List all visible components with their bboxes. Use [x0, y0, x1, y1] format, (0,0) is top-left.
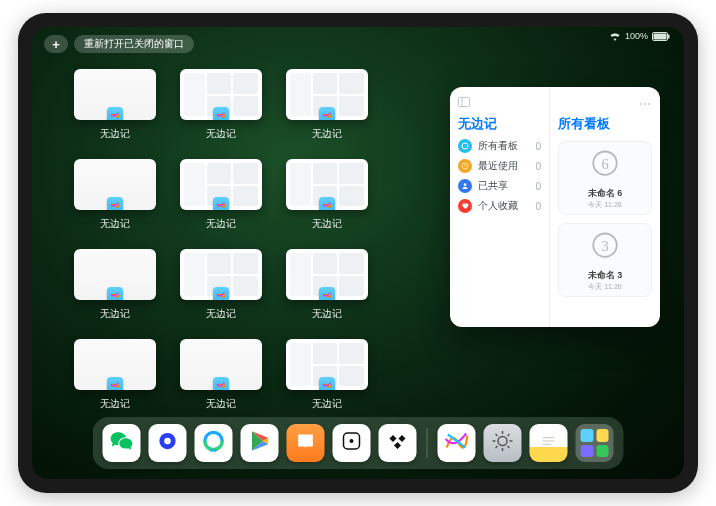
sidebar-item[interactable]: 个人收藏0: [458, 199, 541, 213]
svg-text:6: 6: [601, 155, 608, 171]
freeform-app-icon: [107, 197, 123, 210]
window-thumbnail-label: 无边记: [100, 307, 130, 321]
svg-point-5: [462, 143, 468, 149]
settings-icon: [491, 429, 515, 457]
window-thumbnail[interactable]: 无边记: [178, 339, 264, 411]
svg-point-18: [350, 439, 354, 443]
window-thumbnail-label: 无边记: [312, 307, 342, 321]
freeform-panel[interactable]: 无边记 所有看板0最近使用0已共享0个人收藏0 ⋯ 所有看板 6未命名 6今天 …: [450, 87, 660, 327]
dock-app-notes[interactable]: [530, 424, 568, 462]
window-thumbnail-label: 无边记: [100, 397, 130, 411]
add-button[interactable]: +: [44, 35, 68, 53]
svg-rect-19: [389, 435, 396, 442]
sidebar-item[interactable]: 已共享0: [458, 179, 541, 193]
dock-app-settings[interactable]: [484, 424, 522, 462]
window-thumbnail-preview: [286, 159, 368, 210]
window-thumbnail[interactable]: 无边记: [178, 159, 264, 231]
window-thumbnail-label: 无边记: [100, 217, 130, 231]
sidebar-item[interactable]: 所有看板0: [458, 139, 541, 153]
board-sketch: 3: [587, 229, 623, 265]
panel-title: 无边记: [458, 115, 541, 133]
board-card[interactable]: 6未命名 6今天 11:28: [558, 141, 652, 215]
dock-separator: [427, 428, 428, 458]
ipad-frame: 100% + 重新打开已关闭的窗口 无边记无边记无边记无边记无边记无边记无边记无…: [18, 13, 698, 493]
window-thumbnail[interactable]: 无边记: [284, 339, 370, 411]
freeform-app-icon: [213, 287, 229, 300]
window-thumbnail-label: 无边记: [312, 397, 342, 411]
window-thumbnail-label: 无边记: [206, 397, 236, 411]
freeform-app-icon: [213, 377, 229, 390]
sidebar-item-label: 最近使用: [478, 159, 518, 173]
window-thumbnail-preview: [74, 159, 156, 210]
window-thumbnail[interactable]: 无边记: [72, 69, 158, 141]
dock-app-dice[interactable]: [333, 424, 371, 462]
sidebar-toggle-icon[interactable]: [458, 97, 470, 109]
dock-app-play[interactable]: [241, 424, 279, 462]
board-card[interactable]: 3未命名 3今天 11:26: [558, 223, 652, 297]
window-thumbnail-preview: [286, 339, 368, 390]
window-thumbnail-preview: [180, 249, 262, 300]
window-thumbnail-preview: [180, 69, 262, 120]
dock-app-wechat[interactable]: [103, 424, 141, 462]
quark-icon: [155, 428, 181, 458]
dock-app-freeform[interactable]: [438, 424, 476, 462]
dock-app-books[interactable]: [287, 424, 325, 462]
topbar: + 重新打开已关闭的窗口: [44, 35, 194, 53]
panel-list: 所有看板0最近使用0已共享0个人收藏0: [458, 139, 541, 213]
window-thumbnail[interactable]: 无边记: [72, 249, 158, 321]
svg-rect-1: [654, 33, 667, 39]
dock: HD: [93, 417, 624, 469]
window-thumbnail-preview: [180, 159, 262, 210]
window-thumbnail-preview: [74, 249, 156, 300]
dock-folder[interactable]: [576, 424, 614, 462]
window-thumbnail-label: 无边记: [206, 307, 236, 321]
board-name: 未命名 3: [588, 269, 623, 282]
battery-label: 100%: [625, 31, 648, 41]
svg-rect-3: [459, 98, 470, 107]
dice-icon: [340, 429, 364, 457]
sidebar-item[interactable]: 最近使用0: [458, 159, 541, 173]
window-thumbnail-preview: [286, 69, 368, 120]
freeform-app-icon: [213, 107, 229, 120]
statusbar: 100%: [609, 31, 670, 41]
window-thumbnail[interactable]: 无边记: [284, 159, 370, 231]
dock-app-tidal[interactable]: [379, 424, 417, 462]
window-thumbnail[interactable]: 无边记: [284, 249, 370, 321]
sidebar-item-count: 0: [535, 141, 541, 152]
window-thumbnail[interactable]: 无边记: [72, 339, 158, 411]
dock-app-qqbrowser[interactable]: HD: [195, 424, 233, 462]
board-name: 未命名 6: [588, 187, 623, 200]
svg-line-28: [508, 446, 510, 448]
board-subtitle: 今天 11:28: [588, 200, 621, 210]
window-thumbnail[interactable]: 无边记: [178, 69, 264, 141]
svg-line-30: [496, 446, 498, 448]
sidebar-item-label: 已共享: [478, 179, 508, 193]
window-thumbnail-preview: [180, 339, 262, 390]
svg-line-29: [508, 434, 510, 436]
freeform-app-icon: [107, 377, 123, 390]
screen: 100% + 重新打开已关闭的窗口 无边记无边记无边记无边记无边记无边记无边记无…: [32, 27, 684, 479]
window-thumbnail[interactable]: 无边记: [72, 159, 158, 231]
window-thumbnail[interactable]: 无边记: [284, 69, 370, 141]
panel-right-title: 所有看板: [558, 115, 652, 133]
svg-rect-20: [398, 435, 405, 442]
tidal-icon: [386, 429, 410, 457]
reopen-closed-window-button[interactable]: 重新打开已关闭的窗口: [74, 35, 194, 53]
battery-icon: [652, 32, 670, 41]
window-thumbnail-label: 无边记: [312, 217, 342, 231]
window-thumbnail-preview: [74, 339, 156, 390]
panel-more-icon[interactable]: ⋯: [639, 97, 652, 111]
svg-rect-21: [394, 442, 401, 449]
sidebar-item-icon: [458, 179, 472, 193]
freeform-app-icon: [213, 197, 229, 210]
svg-rect-2: [668, 34, 670, 38]
svg-point-13: [164, 438, 171, 445]
window-thumbnail[interactable]: 无边记: [178, 249, 264, 321]
wifi-icon: [609, 32, 621, 41]
freeform-app-icon: [319, 107, 335, 120]
svg-text:3: 3: [601, 237, 608, 253]
window-thumbnail-label: 无边记: [312, 127, 342, 141]
window-thumbnail-label: 无边记: [206, 217, 236, 231]
freeform-app-icon: [319, 197, 335, 210]
dock-app-quark[interactable]: [149, 424, 187, 462]
